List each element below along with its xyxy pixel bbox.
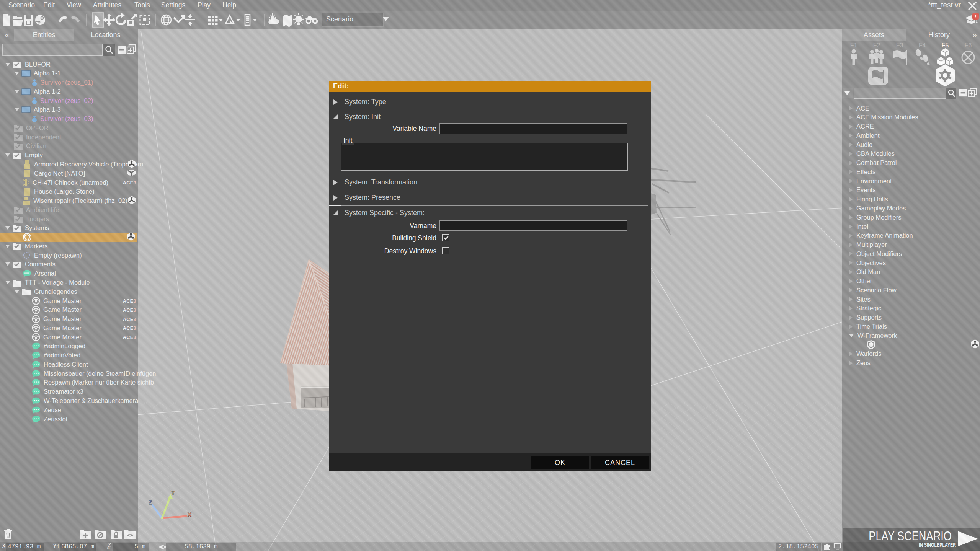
svg-text:Z: Z bbox=[149, 499, 152, 505]
svg-text:Y: Y bbox=[171, 489, 175, 496]
svg-text:X: X bbox=[188, 511, 191, 518]
svg-text:!: ! bbox=[975, 13, 977, 20]
